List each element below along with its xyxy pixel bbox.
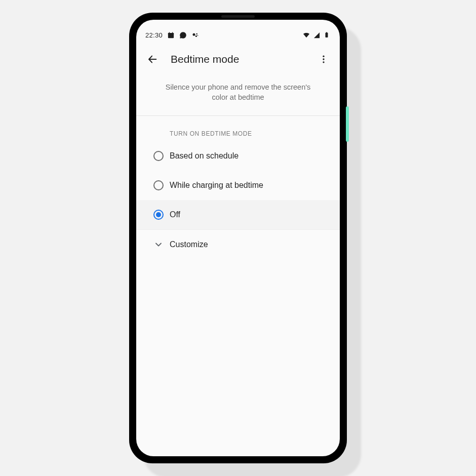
svg-rect-2	[169, 32, 169, 33]
status-clock: 22:30	[145, 31, 163, 39]
svg-point-5	[196, 33, 197, 34]
customize-row[interactable]: Customize	[136, 230, 340, 259]
back-button[interactable]	[141, 48, 164, 70]
option-label: Based on schedule	[170, 151, 239, 161]
option-label: While charging at bedtime	[170, 181, 263, 190]
status-bar: 22:30	[136, 20, 340, 45]
more-vert-icon	[319, 54, 329, 64]
svg-point-4	[192, 33, 195, 35]
page-subtitle: Silence your phone and remove the screen…	[136, 73, 340, 115]
radio-unchecked-icon	[153, 151, 164, 161]
assistant-icon	[191, 31, 199, 39]
phone-speaker	[221, 15, 255, 18]
option-schedule[interactable]: Based on schedule	[136, 141, 340, 171]
option-label: Off	[170, 210, 180, 219]
section-header: TURN ON BEDTIME MODE	[136, 116, 340, 141]
svg-rect-3	[172, 32, 173, 33]
signal-icon	[312, 31, 321, 39]
chevron-down-icon	[153, 240, 164, 250]
svg-point-13	[323, 61, 324, 63]
svg-point-7	[197, 35, 198, 36]
svg-rect-1	[168, 33, 173, 34]
svg-rect-8	[326, 33, 328, 38]
arrow-left-icon	[147, 54, 158, 65]
screen: 22:30	[136, 20, 340, 456]
messages-icon	[179, 31, 187, 39]
phone-power-button	[346, 106, 349, 142]
option-off[interactable]: Off	[136, 200, 340, 229]
radio-checked-icon	[153, 210, 164, 220]
wifi-icon	[302, 31, 310, 39]
option-while-charging[interactable]: While charging at bedtime	[136, 171, 340, 200]
svg-point-11	[323, 56, 324, 57]
battery-icon	[323, 31, 331, 39]
page-title: Bedtime mode	[171, 53, 312, 65]
radio-unchecked-icon	[153, 180, 164, 190]
app-bar: Bedtime mode	[136, 45, 340, 73]
customize-label: Customize	[170, 240, 208, 249]
svg-rect-9	[326, 32, 327, 33]
svg-point-12	[323, 58, 324, 60]
phone-frame: 22:30	[129, 13, 347, 463]
overflow-menu-button[interactable]	[312, 48, 335, 70]
bedtime-mode-options: Based on schedule While charging at bedt…	[136, 141, 340, 229]
svg-point-6	[195, 35, 196, 36]
calendar-icon	[167, 31, 175, 39]
